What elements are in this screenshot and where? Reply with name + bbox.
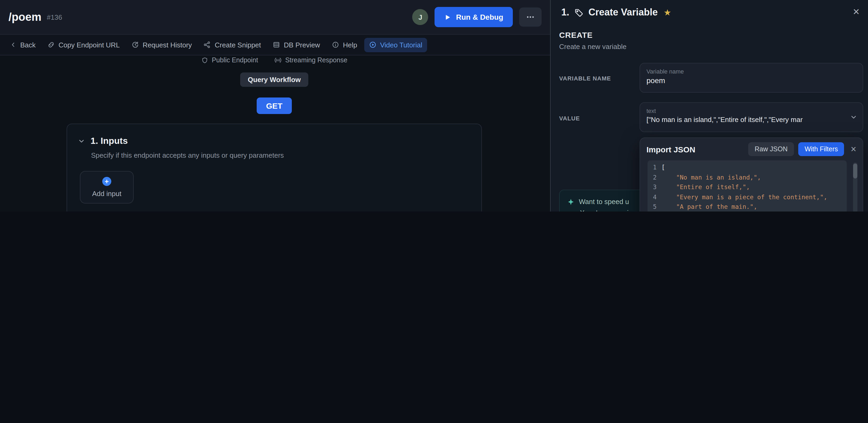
create-snippet-button[interactable]: Create Snippet — [199, 37, 266, 52]
panel-step-number: 1. — [561, 7, 569, 18]
inputs-card-header[interactable]: 1. Inputs — [78, 136, 471, 147]
streaming-response-flag: Streaming Response — [274, 57, 347, 64]
shield-icon — [201, 57, 208, 64]
line-number: 1 — [648, 162, 661, 172]
back-button[interactable]: Back — [5, 37, 40, 52]
popover-close-button[interactable]: × — [851, 144, 856, 155]
run-debug-button[interactable]: Run & Debug — [435, 7, 513, 27]
share-icon — [204, 41, 211, 49]
more-options-button[interactable] — [519, 7, 541, 27]
tag-icon — [574, 8, 584, 17]
ellipsis-icon — [526, 13, 535, 21]
chevron-down-icon — [850, 114, 857, 121]
main-column: /poem #136 J Run & Debug — [0, 0, 550, 212]
streaming-response-label: Streaming Response — [285, 57, 347, 64]
code-text: "A part of the main.", — [661, 202, 757, 212]
panel-header: 1. Create Variable ★ — [561, 7, 671, 18]
create-section-subtitle: Create a new variable — [559, 42, 626, 51]
import-json-title: Import JSON — [647, 145, 695, 154]
import-json-header: Import JSON Raw JSON With Filters × — [640, 138, 863, 160]
value-preview: ["No man is an island,","Entire of itsel… — [647, 116, 856, 124]
video-tutorial-label: Video Tutorial — [380, 41, 422, 49]
broadcast-icon — [274, 57, 281, 64]
json-code[interactable]: 1[2 "No man is an island,",3 "Entire of … — [648, 160, 847, 212]
help-label: Help — [343, 41, 357, 49]
app: /poem #136 J Run & Debug — [0, 0, 868, 212]
variable-name-label: VARIABLE NAME — [559, 75, 611, 82]
workflow-column: Public Endpoint Streaming Response Query… — [67, 55, 482, 212]
public-endpoint-label: Public Endpoint — [212, 57, 258, 64]
code-text: "No man is an island,", — [661, 172, 761, 182]
panel-title: Create Variable — [588, 7, 658, 18]
info-icon — [332, 41, 339, 49]
with-filters-button[interactable]: With Filters — [798, 142, 844, 156]
create-variable-panel: ⋮ 1. Create Variable ★ × CREATE Create a… — [550, 0, 868, 212]
line-number: 5 — [648, 202, 661, 212]
create-snippet-label: Create Snippet — [215, 41, 261, 49]
code-line: 1[ — [648, 162, 847, 172]
back-label: Back — [20, 41, 36, 49]
db-preview-button[interactable]: DB Preview — [268, 37, 325, 52]
variable-name-placeholder: Variable name — [647, 68, 856, 74]
table-icon — [273, 41, 280, 49]
code-text: "Entire of itself,", — [661, 182, 750, 192]
chevron-down-icon — [78, 138, 85, 145]
endpoint-toolbar: Back Copy Endpoint URL Request History C… — [0, 34, 550, 55]
code-text: "Every man is a piece of the continent,"… — [661, 192, 827, 202]
http-method-button[interactable]: GET — [256, 97, 292, 114]
code-scrollbar[interactable] — [853, 162, 857, 212]
run-debug-label: Run & Debug — [456, 13, 503, 21]
variable-name-value: poem — [647, 76, 856, 85]
favorite-star-icon[interactable]: ★ — [663, 7, 671, 18]
create-section-title: CREATE — [559, 30, 593, 39]
line-number: 3 — [648, 182, 661, 192]
topbar: /poem #136 J Run & Debug — [0, 0, 550, 34]
request-history-button[interactable]: Request History — [127, 37, 197, 52]
code-line: 3 "Entire of itself,", — [648, 182, 847, 192]
copy-endpoint-url-button[interactable]: Copy Endpoint URL — [42, 37, 125, 52]
link-icon — [48, 41, 55, 49]
promo-text-1: Want to speed u — [579, 198, 629, 206]
raw-json-button[interactable]: Raw JSON — [748, 142, 794, 156]
help-button[interactable]: Help — [327, 37, 362, 52]
value-label: VALUE — [559, 115, 580, 121]
import-json-popover: Import JSON Raw JSON With Filters × 1[2 … — [640, 138, 863, 212]
code-line: 4 "Every man is a piece of the continent… — [648, 192, 847, 202]
db-preview-label: DB Preview — [284, 41, 320, 49]
play-icon — [444, 13, 451, 21]
code-line: 5 "A part of the main.", — [648, 202, 847, 212]
value-select[interactable]: text ["No man is an island,","Entire of … — [640, 102, 863, 132]
inputs-card-title: 1. Inputs — [91, 136, 128, 147]
inputs-card: 1. Inputs Specify if this endpoint accep… — [67, 124, 482, 212]
topbar-actions: J Run & Debug — [412, 7, 541, 27]
plus-circle-icon: + — [102, 177, 111, 186]
code-line: 2 "No man is an island,", — [648, 172, 847, 182]
video-tutorial-button[interactable]: Video Tutorial — [364, 37, 427, 52]
value-type: text — [647, 108, 856, 114]
line-number: 4 — [648, 192, 661, 202]
page-title: /poem — [8, 11, 41, 24]
sparkle-icon — [567, 198, 575, 205]
variable-name-field[interactable]: Variable name poem — [640, 63, 863, 93]
workflow-canvas: Public Endpoint Streaming Response Query… — [0, 55, 550, 212]
chevron-left-icon — [10, 41, 17, 48]
query-workflow-badge: Query Workflow — [241, 72, 308, 87]
play-circle-icon — [369, 41, 376, 49]
endpoint-id: #136 — [47, 13, 62, 21]
history-icon — [131, 41, 139, 49]
inputs-card-subtitle: Specify if this endpoint accepts any inp… — [91, 151, 471, 159]
copy-endpoint-url-label: Copy Endpoint URL — [59, 41, 120, 49]
endpoint-flags: Public Endpoint Streaming Response — [201, 57, 347, 64]
add-input-button[interactable]: + Add input — [80, 171, 134, 204]
public-endpoint-flag: Public Endpoint — [201, 57, 258, 64]
add-input-label: Add input — [92, 190, 121, 198]
request-history-label: Request History — [143, 41, 192, 49]
line-number: 2 — [648, 172, 661, 182]
code-text: [ — [661, 162, 665, 172]
avatar[interactable]: J — [412, 9, 428, 25]
panel-close-button[interactable]: × — [853, 5, 860, 18]
scrollbar-thumb[interactable] — [853, 163, 857, 179]
